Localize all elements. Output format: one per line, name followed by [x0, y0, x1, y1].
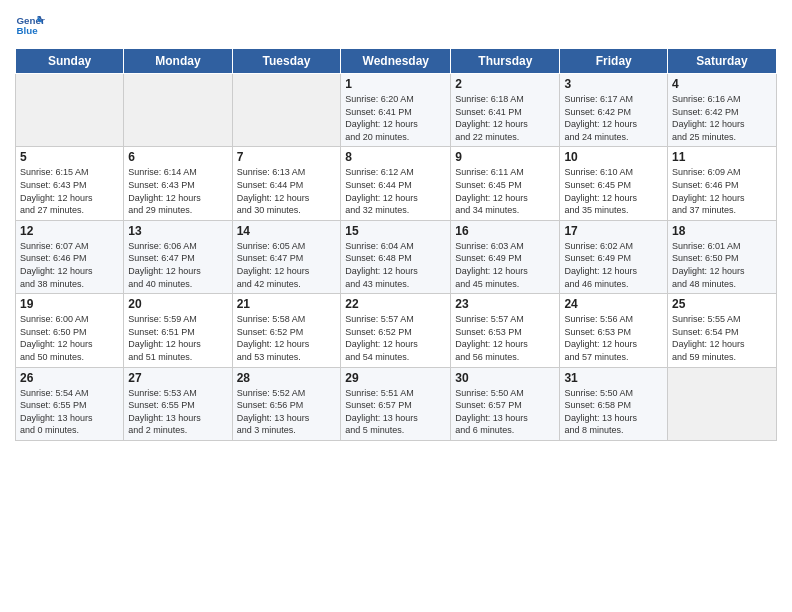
day-number: 14	[237, 224, 337, 238]
day-number: 29	[345, 371, 446, 385]
day-header-wednesday: Wednesday	[341, 49, 451, 74]
calendar-cell: 4Sunrise: 6:16 AM Sunset: 6:42 PM Daylig…	[668, 74, 777, 147]
calendar-cell: 3Sunrise: 6:17 AM Sunset: 6:42 PM Daylig…	[560, 74, 668, 147]
day-info: Sunrise: 6:14 AM Sunset: 6:43 PM Dayligh…	[128, 166, 227, 216]
day-number: 5	[20, 150, 119, 164]
day-info: Sunrise: 6:04 AM Sunset: 6:48 PM Dayligh…	[345, 240, 446, 290]
day-number: 3	[564, 77, 663, 91]
calendar-week-5: 26Sunrise: 5:54 AM Sunset: 6:55 PM Dayli…	[16, 367, 777, 440]
day-info: Sunrise: 6:00 AM Sunset: 6:50 PM Dayligh…	[20, 313, 119, 363]
day-number: 7	[237, 150, 337, 164]
day-number: 24	[564, 297, 663, 311]
day-info: Sunrise: 6:07 AM Sunset: 6:46 PM Dayligh…	[20, 240, 119, 290]
day-info: Sunrise: 5:53 AM Sunset: 6:55 PM Dayligh…	[128, 387, 227, 437]
day-info: Sunrise: 6:20 AM Sunset: 6:41 PM Dayligh…	[345, 93, 446, 143]
calendar-cell	[668, 367, 777, 440]
day-info: Sunrise: 6:12 AM Sunset: 6:44 PM Dayligh…	[345, 166, 446, 216]
day-number: 27	[128, 371, 227, 385]
day-number: 30	[455, 371, 555, 385]
calendar-cell	[232, 74, 341, 147]
calendar-cell: 10Sunrise: 6:10 AM Sunset: 6:45 PM Dayli…	[560, 147, 668, 220]
calendar-cell: 28Sunrise: 5:52 AM Sunset: 6:56 PM Dayli…	[232, 367, 341, 440]
day-header-sunday: Sunday	[16, 49, 124, 74]
day-info: Sunrise: 6:06 AM Sunset: 6:47 PM Dayligh…	[128, 240, 227, 290]
day-header-monday: Monday	[124, 49, 232, 74]
page: General Blue SundayMondayTuesdayWednesda…	[0, 0, 792, 612]
calendar-cell: 23Sunrise: 5:57 AM Sunset: 6:53 PM Dayli…	[451, 294, 560, 367]
day-info: Sunrise: 6:09 AM Sunset: 6:46 PM Dayligh…	[672, 166, 772, 216]
calendar-cell: 17Sunrise: 6:02 AM Sunset: 6:49 PM Dayli…	[560, 220, 668, 293]
calendar-cell: 2Sunrise: 6:18 AM Sunset: 6:41 PM Daylig…	[451, 74, 560, 147]
calendar-cell	[124, 74, 232, 147]
day-info: Sunrise: 5:50 AM Sunset: 6:57 PM Dayligh…	[455, 387, 555, 437]
day-info: Sunrise: 6:17 AM Sunset: 6:42 PM Dayligh…	[564, 93, 663, 143]
calendar-cell	[16, 74, 124, 147]
calendar-cell: 24Sunrise: 5:56 AM Sunset: 6:53 PM Dayli…	[560, 294, 668, 367]
day-number: 12	[20, 224, 119, 238]
day-number: 4	[672, 77, 772, 91]
day-number: 26	[20, 371, 119, 385]
calendar-cell: 1Sunrise: 6:20 AM Sunset: 6:41 PM Daylig…	[341, 74, 451, 147]
day-info: Sunrise: 6:13 AM Sunset: 6:44 PM Dayligh…	[237, 166, 337, 216]
day-info: Sunrise: 5:58 AM Sunset: 6:52 PM Dayligh…	[237, 313, 337, 363]
day-header-friday: Friday	[560, 49, 668, 74]
day-number: 11	[672, 150, 772, 164]
day-number: 2	[455, 77, 555, 91]
day-info: Sunrise: 5:52 AM Sunset: 6:56 PM Dayligh…	[237, 387, 337, 437]
calendar-table: SundayMondayTuesdayWednesdayThursdayFrid…	[15, 48, 777, 441]
calendar-cell: 20Sunrise: 5:59 AM Sunset: 6:51 PM Dayli…	[124, 294, 232, 367]
header: General Blue	[15, 10, 777, 40]
day-info: Sunrise: 5:51 AM Sunset: 6:57 PM Dayligh…	[345, 387, 446, 437]
day-info: Sunrise: 5:54 AM Sunset: 6:55 PM Dayligh…	[20, 387, 119, 437]
day-number: 21	[237, 297, 337, 311]
calendar-cell: 31Sunrise: 5:50 AM Sunset: 6:58 PM Dayli…	[560, 367, 668, 440]
day-info: Sunrise: 6:10 AM Sunset: 6:45 PM Dayligh…	[564, 166, 663, 216]
calendar-cell: 18Sunrise: 6:01 AM Sunset: 6:50 PM Dayli…	[668, 220, 777, 293]
day-number: 18	[672, 224, 772, 238]
calendar-cell: 19Sunrise: 6:00 AM Sunset: 6:50 PM Dayli…	[16, 294, 124, 367]
day-info: Sunrise: 6:05 AM Sunset: 6:47 PM Dayligh…	[237, 240, 337, 290]
calendar-cell: 7Sunrise: 6:13 AM Sunset: 6:44 PM Daylig…	[232, 147, 341, 220]
day-info: Sunrise: 5:57 AM Sunset: 6:52 PM Dayligh…	[345, 313, 446, 363]
day-number: 15	[345, 224, 446, 238]
day-header-tuesday: Tuesday	[232, 49, 341, 74]
day-number: 9	[455, 150, 555, 164]
day-info: Sunrise: 5:55 AM Sunset: 6:54 PM Dayligh…	[672, 313, 772, 363]
calendar-cell: 26Sunrise: 5:54 AM Sunset: 6:55 PM Dayli…	[16, 367, 124, 440]
calendar-week-3: 12Sunrise: 6:07 AM Sunset: 6:46 PM Dayli…	[16, 220, 777, 293]
day-number: 1	[345, 77, 446, 91]
calendar-cell: 27Sunrise: 5:53 AM Sunset: 6:55 PM Dayli…	[124, 367, 232, 440]
calendar-cell: 12Sunrise: 6:07 AM Sunset: 6:46 PM Dayli…	[16, 220, 124, 293]
day-info: Sunrise: 5:56 AM Sunset: 6:53 PM Dayligh…	[564, 313, 663, 363]
calendar-cell: 13Sunrise: 6:06 AM Sunset: 6:47 PM Dayli…	[124, 220, 232, 293]
day-info: Sunrise: 6:18 AM Sunset: 6:41 PM Dayligh…	[455, 93, 555, 143]
day-info: Sunrise: 6:11 AM Sunset: 6:45 PM Dayligh…	[455, 166, 555, 216]
svg-text:Blue: Blue	[17, 25, 39, 36]
logo: General Blue	[15, 10, 45, 40]
day-number: 6	[128, 150, 227, 164]
day-number: 19	[20, 297, 119, 311]
day-info: Sunrise: 6:03 AM Sunset: 6:49 PM Dayligh…	[455, 240, 555, 290]
day-info: Sunrise: 6:01 AM Sunset: 6:50 PM Dayligh…	[672, 240, 772, 290]
calendar-cell: 25Sunrise: 5:55 AM Sunset: 6:54 PM Dayli…	[668, 294, 777, 367]
calendar-cell: 14Sunrise: 6:05 AM Sunset: 6:47 PM Dayli…	[232, 220, 341, 293]
day-info: Sunrise: 6:15 AM Sunset: 6:43 PM Dayligh…	[20, 166, 119, 216]
day-number: 20	[128, 297, 227, 311]
calendar-cell: 21Sunrise: 5:58 AM Sunset: 6:52 PM Dayli…	[232, 294, 341, 367]
calendar-week-4: 19Sunrise: 6:00 AM Sunset: 6:50 PM Dayli…	[16, 294, 777, 367]
calendar-cell: 15Sunrise: 6:04 AM Sunset: 6:48 PM Dayli…	[341, 220, 451, 293]
day-number: 22	[345, 297, 446, 311]
day-number: 10	[564, 150, 663, 164]
logo-icon: General Blue	[15, 10, 45, 40]
calendar-cell: 6Sunrise: 6:14 AM Sunset: 6:43 PM Daylig…	[124, 147, 232, 220]
day-number: 31	[564, 371, 663, 385]
calendar-cell: 8Sunrise: 6:12 AM Sunset: 6:44 PM Daylig…	[341, 147, 451, 220]
calendar-cell: 11Sunrise: 6:09 AM Sunset: 6:46 PM Dayli…	[668, 147, 777, 220]
day-number: 25	[672, 297, 772, 311]
day-number: 17	[564, 224, 663, 238]
calendar-header-row: SundayMondayTuesdayWednesdayThursdayFrid…	[16, 49, 777, 74]
day-info: Sunrise: 6:16 AM Sunset: 6:42 PM Dayligh…	[672, 93, 772, 143]
calendar-week-1: 1Sunrise: 6:20 AM Sunset: 6:41 PM Daylig…	[16, 74, 777, 147]
calendar-cell: 22Sunrise: 5:57 AM Sunset: 6:52 PM Dayli…	[341, 294, 451, 367]
calendar-cell: 29Sunrise: 5:51 AM Sunset: 6:57 PM Dayli…	[341, 367, 451, 440]
